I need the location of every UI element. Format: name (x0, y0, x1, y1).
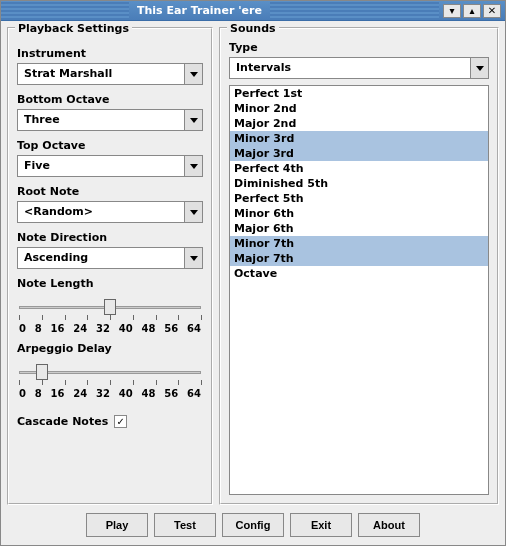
slider-tick-label: 64 (187, 388, 201, 399)
slider-tick-label: 8 (35, 388, 42, 399)
titlebar: This Ear Trainer 'ere ▾ ▴ ✕ (1, 1, 505, 21)
cascade-notes-row: Cascade Notes ✓ (17, 415, 203, 428)
slider-labels: 0816243240485664 (19, 388, 201, 399)
note-length-slider[interactable]: 0816243240485664 (17, 293, 203, 334)
slider-labels: 0816243240485664 (19, 323, 201, 334)
type-label: Type (229, 41, 489, 54)
slider-tick-label: 48 (142, 323, 156, 334)
titlebar-decoration (270, 1, 439, 20)
bottom-octave-dropdown-button[interactable] (184, 110, 202, 130)
type-combo[interactable]: Intervals (229, 57, 489, 79)
list-item[interactable]: Major 3rd (230, 146, 488, 161)
root-note-value: <Random> (18, 202, 184, 222)
cascade-notes-label: Cascade Notes (17, 415, 108, 428)
window-controls: ▾ ▴ ✕ (439, 4, 505, 18)
close-button[interactable]: ✕ (483, 4, 501, 18)
type-value: Intervals (230, 58, 470, 78)
config-button[interactable]: Config (222, 513, 284, 537)
top-octave-label: Top Octave (17, 139, 203, 152)
top-octave-value: Five (18, 156, 184, 176)
slider-tick-label: 48 (142, 388, 156, 399)
about-button[interactable]: About (358, 513, 420, 537)
chevron-down-icon (190, 256, 198, 261)
list-item[interactable]: Perfect 1st (230, 86, 488, 101)
slider-tick-label: 24 (73, 388, 87, 399)
slider-tick-label: 16 (51, 388, 65, 399)
arpeggio-delay-thumb[interactable] (36, 364, 48, 380)
note-length-thumb[interactable] (104, 299, 116, 315)
slider-tick-label: 40 (119, 323, 133, 334)
test-button[interactable]: Test (154, 513, 216, 537)
cascade-notes-checkbox[interactable]: ✓ (114, 415, 127, 428)
slider-tick-label: 0 (19, 388, 26, 399)
instrument-value: Strat Marshall (18, 64, 184, 84)
bottom-octave-combo[interactable]: Three (17, 109, 203, 131)
note-length-label: Note Length (17, 277, 203, 290)
chevron-down-icon (190, 164, 198, 169)
slider-tick-label: 32 (96, 388, 110, 399)
chevron-down-icon (476, 66, 484, 71)
list-item[interactable]: Minor 7th (230, 236, 488, 251)
bottom-octave-label: Bottom Octave (17, 93, 203, 106)
list-item[interactable]: Major 2nd (230, 116, 488, 131)
instrument-combo[interactable]: Strat Marshall (17, 63, 203, 85)
slider-tick-label: 40 (119, 388, 133, 399)
note-direction-combo[interactable]: Ascending (17, 247, 203, 269)
content-area: Playback Settings Instrument Strat Marsh… (1, 21, 505, 545)
list-item[interactable]: Perfect 5th (230, 191, 488, 206)
panels: Playback Settings Instrument Strat Marsh… (7, 27, 499, 505)
arpeggio-delay-label: Arpeggio Delay (17, 342, 203, 355)
top-octave-dropdown-button[interactable] (184, 156, 202, 176)
playback-settings-group: Playback Settings Instrument Strat Marsh… (7, 27, 213, 505)
slider-tick-label: 16 (51, 323, 65, 334)
window-title: This Ear Trainer 'ere (129, 4, 270, 17)
slider-tick-label: 0 (19, 323, 26, 334)
note-direction-value: Ascending (18, 248, 184, 268)
list-item[interactable]: Major 6th (230, 221, 488, 236)
maximize-button[interactable]: ▴ (463, 4, 481, 18)
root-note-label: Root Note (17, 185, 203, 198)
list-item[interactable]: Major 7th (230, 251, 488, 266)
list-item[interactable]: Diminished 5th (230, 176, 488, 191)
slider-tick-label: 56 (164, 388, 178, 399)
root-note-dropdown-button[interactable] (184, 202, 202, 222)
instrument-label: Instrument (17, 47, 203, 60)
type-dropdown-button[interactable] (470, 58, 488, 78)
close-icon: ✕ (488, 5, 496, 16)
top-octave-combo[interactable]: Five (17, 155, 203, 177)
slider-tick-label: 56 (164, 323, 178, 334)
list-item[interactable]: Minor 2nd (230, 101, 488, 116)
chevron-down-icon (190, 210, 198, 215)
note-direction-dropdown-button[interactable] (184, 248, 202, 268)
slider-tick-label: 8 (35, 323, 42, 334)
slider-tick-label: 64 (187, 323, 201, 334)
slider-ticks (19, 380, 201, 386)
list-item[interactable]: Perfect 4th (230, 161, 488, 176)
play-button[interactable]: Play (86, 513, 148, 537)
list-item[interactable]: Minor 3rd (230, 131, 488, 146)
playback-settings-title: Playback Settings (15, 22, 132, 35)
titlebar-decoration (1, 1, 129, 20)
sounds-title: Sounds (227, 22, 279, 35)
slider-tick-label: 24 (73, 323, 87, 334)
button-row: Play Test Config Exit About (7, 509, 499, 539)
minimize-button[interactable]: ▾ (443, 4, 461, 18)
instrument-dropdown-button[interactable] (184, 64, 202, 84)
root-note-combo[interactable]: <Random> (17, 201, 203, 223)
list-item[interactable]: Octave (230, 266, 488, 281)
minimize-icon: ▾ (449, 5, 454, 16)
bottom-octave-value: Three (18, 110, 184, 130)
arpeggio-delay-slider[interactable]: 0816243240485664 (17, 358, 203, 399)
chevron-down-icon (190, 118, 198, 123)
list-item[interactable]: Minor 6th (230, 206, 488, 221)
maximize-icon: ▴ (469, 5, 474, 16)
note-direction-label: Note Direction (17, 231, 203, 244)
chevron-down-icon (190, 72, 198, 77)
app-window: This Ear Trainer 'ere ▾ ▴ ✕ Playback Set… (0, 0, 506, 546)
exit-button[interactable]: Exit (290, 513, 352, 537)
slider-tick-label: 32 (96, 323, 110, 334)
slider-ticks (19, 315, 201, 321)
sounds-list[interactable]: Perfect 1stMinor 2ndMajor 2ndMinor 3rdMa… (229, 85, 489, 495)
sounds-group: Sounds Type Intervals Perfect 1stMinor 2… (219, 27, 499, 505)
